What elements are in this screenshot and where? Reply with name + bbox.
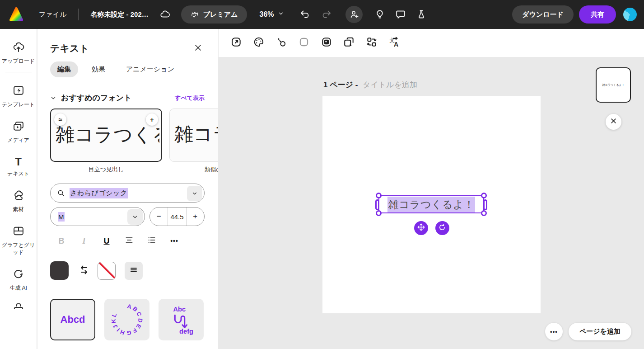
text-panel-tabs: 編集 効果 アニメーション — [50, 61, 205, 77]
italic-button[interactable]: I — [73, 234, 95, 248]
page-thumbnail[interactable]: 雑コラつくるよ！ — [596, 67, 631, 103]
animate-button[interactable] — [274, 35, 289, 51]
design-page[interactable]: 雑コラつくるよ！ — [322, 96, 541, 313]
sidebar-item-templates[interactable]: テンプレート — [1, 84, 36, 108]
redo-icon[interactable] — [321, 9, 332, 20]
path-text-icon: Abc defg — [163, 302, 199, 337]
selected-text-box[interactable]: 雑コラつくるよ！ — [378, 195, 484, 213]
sidebar-item-label: テンプレート — [1, 101, 36, 108]
resize-handle-right[interactable] — [483, 199, 487, 210]
sidebar-item-elements[interactable]: 素材 — [1, 189, 36, 213]
style-circle-card[interactable]: ABCDEFGHIJKL — [104, 299, 149, 340]
font-family-select[interactable]: さわらびゴシック — [50, 184, 205, 203]
document-title[interactable]: 名称未設定 - 202… — [90, 10, 148, 19]
sidebar-item-text[interactable]: T テキスト — [1, 156, 36, 177]
swap-colors-icon[interactable] — [78, 264, 89, 277]
bold-button[interactable]: B — [50, 234, 73, 248]
more-format-options-button[interactable]: ••• — [163, 234, 186, 248]
resize-handle-top-right[interactable] — [481, 193, 487, 198]
tab-animation[interactable]: アニメーション — [119, 61, 182, 77]
font-card-similar[interactable]: 雑コラつくるよ！ — [169, 108, 218, 162]
zoom-control[interactable]: 36% — [260, 10, 284, 19]
adobe-express-logo-icon[interactable] — [7, 5, 25, 24]
page-header[interactable]: 1 ページ - タイトルを追加 — [323, 80, 541, 90]
svg-text:ABCDEFGHIJKL: ABCDEFGHIJKL — [110, 303, 143, 336]
canvas-text-element[interactable]: 雑コラつくるよ！ — [387, 197, 475, 212]
text-color-row — [50, 261, 205, 280]
chevron-down-icon[interactable] — [127, 209, 143, 225]
add-collaborator-button[interactable] — [345, 6, 363, 23]
list-button[interactable] — [140, 234, 163, 248]
text-fill-color-swatch[interactable] — [50, 261, 69, 280]
premium-label: プレミアム — [203, 10, 238, 19]
style-straight-card[interactable]: Abcd — [50, 299, 95, 340]
premium-button[interactable]: プレミアム — [181, 5, 247, 24]
font-weight-select[interactable]: M — [50, 207, 145, 226]
translate-button[interactable]: 文A — [387, 35, 402, 51]
tab-effects[interactable]: 効果 — [84, 61, 112, 77]
document-toolbar: 文A — [219, 29, 644, 57]
style-path-card[interactable]: Abc defg — [159, 299, 204, 340]
briefcase-icon — [12, 302, 25, 311]
topbar-divider — [78, 9, 79, 20]
stroke-width-button[interactable] — [125, 262, 143, 280]
delete-page-button[interactable] — [606, 114, 621, 130]
page-title-placeholder[interactable]: タイトルを追加 — [363, 80, 417, 89]
move-icon — [417, 223, 425, 233]
motion-trail-icon — [275, 36, 287, 50]
page-background-icon — [321, 36, 332, 50]
style-straight-label: Abcd — [61, 314, 85, 325]
font-size-input[interactable]: 44.5 — [168, 208, 186, 226]
thumbnail-text: 雑コラつくるよ！ — [602, 83, 625, 87]
undo-icon[interactable] — [299, 9, 310, 20]
resize-handle-left[interactable] — [375, 199, 379, 210]
sidebar-item-brand[interactable] — [12, 302, 25, 311]
app-window: ファイル 名称未設定 - 202… プレミアム 36% — [0, 0, 644, 349]
font-card-label: 類似のフォント — [169, 165, 218, 174]
duplicate-page-button[interactable] — [341, 35, 357, 51]
text-outline-none-swatch[interactable] — [98, 262, 116, 280]
share-button[interactable]: 共有 — [579, 5, 616, 24]
text-align-button[interactable] — [118, 234, 140, 248]
shuffle-pages-button[interactable] — [364, 35, 379, 51]
underline-button[interactable]: U — [95, 234, 118, 248]
tab-edit[interactable]: 編集 — [50, 61, 78, 77]
resize-button[interactable] — [229, 35, 244, 51]
beta-flask-icon[interactable] — [416, 9, 427, 20]
decrease-font-size-button[interactable]: − — [150, 208, 168, 226]
resize-handle-bottom-right[interactable] — [481, 210, 487, 216]
increase-font-size-button[interactable]: + — [187, 208, 204, 226]
upload-cloud-icon — [12, 41, 25, 55]
sidebar-item-upload[interactable]: アップロード — [1, 41, 36, 65]
user-avatar[interactable] — [623, 8, 637, 21]
file-menu[interactable]: ファイル — [39, 10, 66, 19]
sidebar-item-charts-grids[interactable]: グラフとグリッド — [1, 225, 36, 256]
text-icon: T — [15, 156, 22, 168]
add-page-button[interactable]: ページを追加 — [569, 323, 631, 340]
sidebar-item-generative-ai[interactable]: 生成 AI — [1, 268, 36, 292]
cloud-sync-icon[interactable] — [159, 9, 170, 20]
resize-handle-top-left[interactable] — [376, 193, 382, 198]
theme-button[interactable] — [251, 35, 266, 51]
translate-icon: 文A — [388, 36, 400, 50]
font-cards-row: ≈ + 雑コラつくるよ！ 雑コラつくるよ！ — [50, 108, 205, 162]
comment-icon[interactable] — [395, 9, 406, 20]
resize-handle-bottom-left[interactable] — [376, 210, 382, 216]
swap-pages-icon — [366, 36, 378, 50]
add-page-label: ページを追加 — [579, 327, 621, 336]
generative-ai-icon — [12, 268, 25, 282]
show-all-link[interactable]: すべて表示 — [175, 94, 205, 102]
sidebar-item-media[interactable]: メディア — [1, 120, 36, 144]
more-page-options-button[interactable]: ••• — [545, 323, 563, 340]
close-panel-button[interactable] — [191, 42, 205, 55]
corner-rounding-button[interactable] — [296, 35, 312, 51]
background-button[interactable] — [319, 35, 334, 51]
download-button[interactable]: ダウンロード — [512, 5, 574, 24]
font-card-primary[interactable]: ≈ + 雑コラつくるよ！ — [50, 108, 162, 162]
move-element-button[interactable] — [414, 221, 428, 235]
page-container: 1 ページ - タイトルを追加 雑コラつくるよ！ — [322, 80, 541, 313]
chevron-down-icon[interactable] — [187, 186, 202, 201]
rotate-element-button[interactable] — [435, 221, 449, 235]
collapse-section-chevron-icon[interactable] — [50, 95, 56, 101]
lightbulb-icon[interactable] — [374, 9, 385, 20]
